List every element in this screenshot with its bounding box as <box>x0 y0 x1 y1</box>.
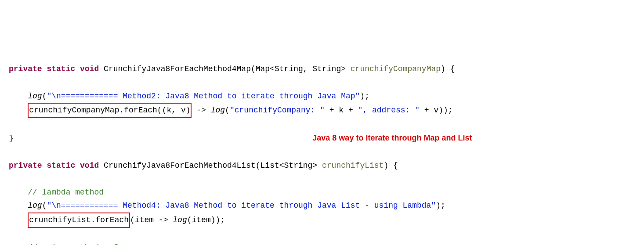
string: "crunchifyCompany: " <box>230 106 325 115</box>
log-call: log <box>28 92 42 101</box>
string: "\n============ Method2: Java8 Method to… <box>47 92 360 101</box>
kw-static: static <box>47 161 75 170</box>
log-call: log <box>28 201 42 210</box>
type: Map<String, String> <box>256 65 346 73</box>
annotation: Java 8 way to iterate through Map and Li… <box>312 133 472 142</box>
rest: (item -> <box>130 216 173 224</box>
close: ); <box>436 201 445 210</box>
plus: + v)); <box>420 106 453 115</box>
highlight-box: crunchifyCompanyMap.forEach((k, v) <box>28 103 192 118</box>
kw-void: void <box>80 65 99 73</box>
brace: ) { <box>441 65 455 73</box>
kw-void: void <box>80 161 99 170</box>
param: crunchifyList <box>322 161 384 170</box>
type: List<String> <box>260 161 318 170</box>
string: "\n============ Method4: Java8 Method to… <box>47 201 436 210</box>
close: (item)); <box>187 216 225 224</box>
comment: // lambda method <box>28 188 104 197</box>
close: ); <box>360 92 369 101</box>
code-block: private static void CrunchifyJava8ForEac… <box>9 62 635 245</box>
plus: + k + <box>325 106 358 115</box>
arrow: -> <box>192 106 210 115</box>
string: ", address: " <box>358 106 420 115</box>
method-name: CrunchifyJava8ForEachMethod4Map <box>104 65 251 73</box>
param: crunchifyCompanyMap <box>351 65 441 73</box>
log-call: log <box>173 216 187 224</box>
log-call: log <box>211 106 225 115</box>
kw-static: static <box>47 65 75 73</box>
kw-private: private <box>9 161 42 170</box>
kw-private: private <box>9 65 42 73</box>
brace: ) { <box>384 161 398 170</box>
method-name: CrunchifyJava8ForEachMethod4List <box>104 161 256 170</box>
comment: // using method reference <box>28 243 146 245</box>
highlight-box: crunchifyList.forEach <box>28 213 130 228</box>
